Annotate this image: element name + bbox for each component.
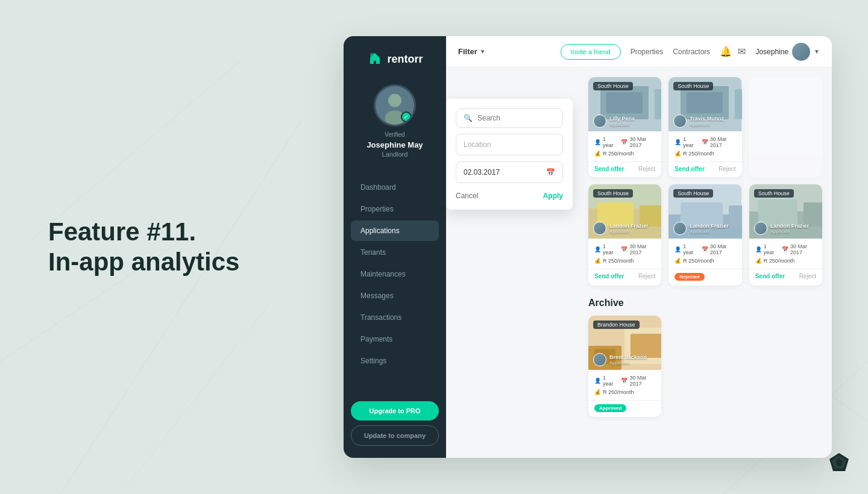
svg-line-0 bbox=[30, 60, 241, 241]
search-input[interactable] bbox=[477, 114, 555, 122]
filter-actions: Cancel Apply bbox=[456, 192, 563, 200]
sidebar-item-messages[interactable]: Messages bbox=[351, 286, 439, 306]
archive-date-0: 📅 30 Mar 2017 bbox=[621, 375, 655, 387]
filter-date-field[interactable]: 02.03.2017 📅 bbox=[456, 161, 563, 183]
send-offer-button-0[interactable]: Send offer bbox=[594, 166, 624, 172]
topbar-user-chevron: ▼ bbox=[814, 48, 820, 55]
filter-cancel-button[interactable]: Cancel bbox=[456, 192, 478, 200]
card-meta-4: 👤 1 year 📅 30 Mar 2017 bbox=[675, 243, 735, 255]
card-actions-1: Send offer Reject bbox=[668, 161, 741, 177]
card-price-3: 💰 R 250/month bbox=[594, 258, 655, 264]
reject-button-3[interactable]: Reject bbox=[638, 273, 655, 280]
mail-icon[interactable]: ✉ bbox=[738, 46, 746, 57]
price-icon: 💰 bbox=[675, 151, 681, 157]
card-price-0: 💰 R 250/month bbox=[594, 151, 655, 157]
verified-badge: ✓ bbox=[401, 111, 412, 122]
card-date-1: 📅 30 Mar 2017 bbox=[702, 136, 736, 148]
card-applicant-name-3: Landon Frazier bbox=[609, 223, 649, 229]
rejected-badge-4: Rejected bbox=[675, 273, 704, 281]
sidebar-item-applications[interactable]: Applications bbox=[351, 220, 439, 241]
card-price-5: 💰 R 250/month bbox=[755, 258, 816, 264]
filter-search-field[interactable]: 🔍 bbox=[456, 108, 563, 128]
card-applicant-info-5: Landon Frazier Applicant bbox=[770, 223, 810, 234]
card-actions-0: Send offer Reject bbox=[588, 161, 661, 177]
sidebar-item-payments[interactable]: Payments bbox=[351, 329, 439, 349]
scroll-area[interactable]: 🔍 Location 02.03.2017 📅 Cancel Apply bbox=[446, 67, 832, 458]
svg-rect-17 bbox=[735, 89, 741, 119]
svg-point-9 bbox=[388, 94, 401, 107]
bell-icon[interactable]: 🔔 bbox=[720, 46, 732, 57]
card-price-1: 💰 R 250/month bbox=[675, 151, 735, 157]
avatar-wrap: ✓ bbox=[374, 84, 416, 127]
filter-button[interactable]: Filter ▼ bbox=[458, 47, 486, 56]
main-content: Filter ▼ Invite a friend Properties Cont… bbox=[446, 36, 832, 458]
person-icon: 👤 bbox=[594, 378, 601, 384]
archive-card-meta-0: 👤 1 year 📅 30 Mar 2017 bbox=[594, 375, 655, 387]
card-applicant-avatar-3 bbox=[593, 222, 606, 235]
archive-applicant-role-0: Applicant bbox=[609, 360, 647, 366]
card-actions-5: Send offer Reject bbox=[749, 269, 822, 284]
card-house-label-0: South House bbox=[593, 82, 633, 90]
card-applicant-role-1: Applicant bbox=[690, 122, 724, 127]
card-applicant-info-0: Lilly Pena Applicant bbox=[609, 116, 635, 127]
search-icon: 🔍 bbox=[464, 114, 473, 122]
card-applicant-role-0: Applicant bbox=[609, 122, 635, 127]
card-applicant-4: Landon Frazier Applicant bbox=[673, 222, 729, 235]
upgrade-button[interactable]: Upgrade to PRO bbox=[351, 401, 439, 421]
card-applicant-name-0: Lilly Pena bbox=[609, 116, 635, 122]
sidebar-item-maintenances[interactable]: Maintenances bbox=[351, 264, 439, 284]
topbar-icons: 🔔 ✉ bbox=[720, 46, 746, 57]
reject-button-0[interactable]: Reject bbox=[638, 166, 655, 172]
card-applicant-name-4: Landon Frazier bbox=[690, 223, 729, 229]
send-offer-button-1[interactable]: Send offer bbox=[675, 166, 704, 172]
card-image-1: South House Travis Munoz Applicant bbox=[668, 77, 741, 131]
archive-applicant-name-0: Brent Jackson bbox=[609, 354, 647, 360]
reject-button-5[interactable]: Reject bbox=[799, 273, 816, 280]
send-offer-button-3[interactable]: Send offer bbox=[594, 273, 624, 280]
filter-apply-button[interactable]: Apply bbox=[543, 192, 563, 200]
card-applicant-5: Landon Frazier Applicant bbox=[754, 222, 810, 235]
application-card-4: South House Landon Frazier Applicant bbox=[668, 184, 741, 286]
archive-card-actions-0: Approved bbox=[588, 400, 661, 417]
archive-applicant-avatar-0 bbox=[593, 353, 606, 366]
topbar-contractors[interactable]: Contractors bbox=[673, 48, 710, 56]
application-card-5: South House Landon Frazier Applicant bbox=[749, 184, 822, 286]
card-applicant-avatar-0 bbox=[593, 114, 606, 128]
card-details-1: 👤 1 year 📅 30 Mar 2017 💰 R 250 bbox=[668, 131, 741, 161]
app-card: rentorr ✓ Verified Josephine May Landlor… bbox=[344, 36, 832, 458]
reject-button-1[interactable]: Reject bbox=[719, 166, 735, 172]
send-offer-button-5[interactable]: Send offer bbox=[755, 273, 785, 280]
sidebar-item-transactions[interactable]: Transactions bbox=[351, 307, 439, 328]
topbar-user[interactable]: Josephine ▼ bbox=[755, 43, 820, 61]
topbar-username: Josephine bbox=[755, 48, 788, 56]
company-button[interactable]: Update to company bbox=[351, 425, 439, 446]
svg-rect-14 bbox=[606, 92, 643, 113]
applications-grid: South House Lilly Pena Applicant bbox=[588, 77, 822, 286]
card-date-0: 📅 30 Mar 2017 bbox=[621, 136, 655, 148]
logo-text: rentorr bbox=[387, 53, 423, 66]
card-applicant-name-5: Landon Frazier bbox=[770, 223, 810, 229]
sidebar-logo: rentorr bbox=[366, 51, 423, 67]
sidebar-item-dashboard[interactable]: Dashboard bbox=[351, 177, 439, 198]
archive-card-image-0: Brandon House Brent Jackson Applicant bbox=[588, 316, 661, 370]
application-card-1: South House Travis Munoz Applicant bbox=[668, 77, 741, 177]
card-duration-4: 👤 1 year bbox=[675, 243, 695, 255]
card-meta-5: 👤 1 year 📅 30 Mar 2017 bbox=[755, 243, 816, 255]
calendar-icon: 📅 bbox=[782, 246, 788, 252]
topbar-avatar bbox=[792, 43, 810, 61]
archive-section: Archive bbox=[588, 298, 822, 417]
invite-friend-button[interactable]: Invite a friend bbox=[561, 44, 621, 60]
card-applicant-info-3: Landon Frazier Applicant bbox=[609, 223, 649, 234]
calendar-icon: 📅 bbox=[702, 246, 708, 252]
archive-price-0: 💰 R 250/month bbox=[594, 389, 655, 395]
filter-location-field[interactable]: Location bbox=[456, 134, 563, 155]
application-card-0: South House Lilly Pena Applicant bbox=[588, 77, 661, 177]
topbar-properties[interactable]: Properties bbox=[631, 48, 664, 56]
sidebar-item-tenants[interactable]: Tenants bbox=[351, 242, 439, 263]
card-meta-3: 👤 1 year 📅 30 Mar 2017 bbox=[594, 243, 655, 255]
calendar-icon: 📅 bbox=[621, 139, 627, 145]
sidebar-item-settings[interactable]: Settings bbox=[351, 351, 439, 371]
archive-card-0: Brandon House Brent Jackson Applicant bbox=[588, 316, 661, 417]
sidebar-item-properties[interactable]: Properties bbox=[351, 199, 439, 219]
user-name: Josephine May bbox=[366, 140, 423, 149]
